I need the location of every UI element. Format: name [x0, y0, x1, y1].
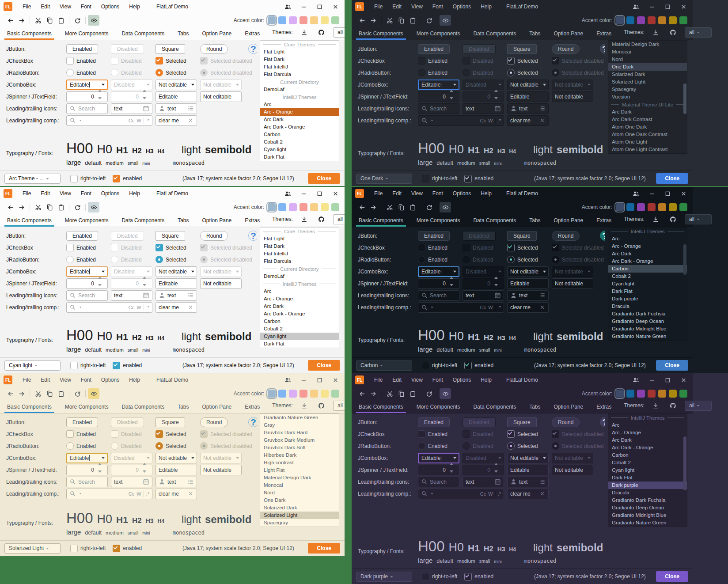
radio-disabled[interactable]: Disabled: [111, 442, 142, 450]
theme-list-item[interactable]: Arc Dark - Orange: [260, 310, 339, 318]
theme-list-item[interactable]: Arc: [260, 288, 339, 295]
menu-edit[interactable]: Edit: [387, 373, 406, 387]
download-button[interactable]: [650, 400, 662, 411]
accent-swatch-2[interactable]: [278, 203, 286, 211]
paste-button[interactable]: [407, 15, 418, 26]
minimize-button[interactable]: [297, 188, 310, 199]
radio-enabled[interactable]: Enabled: [418, 442, 447, 450]
search-field[interactable]: Search: [418, 103, 459, 114]
editable-combobox[interactable]: Editable: [66, 266, 108, 277]
theme-list-item[interactable]: Arc: [608, 421, 687, 429]
menu-options[interactable]: Options: [96, 0, 124, 13]
right-to-left-checkbox[interactable]: right-to-left: [70, 545, 106, 552]
download-button[interactable]: [299, 27, 310, 38]
tab-extras[interactable]: Extras: [595, 217, 612, 227]
tab-tabs[interactable]: Tabs: [528, 30, 541, 40]
theme-list-item[interactable]: Gradianto Nature Green: [260, 414, 339, 421]
menu-file[interactable]: File: [369, 373, 387, 387]
textfield[interactable]: Not editable: [200, 278, 242, 289]
theme-list-item[interactable]: Carbon: [260, 318, 339, 325]
accent-swatch-3[interactable]: [637, 16, 645, 24]
theme-list-item[interactable]: Arc Dark - Orange: [608, 444, 687, 451]
spinner-field[interactable]: 0: [111, 91, 152, 102]
spinner-field[interactable]: 0: [418, 278, 459, 289]
noneditable-combobox[interactable]: Not editable: [507, 80, 549, 90]
theme-list-item[interactable]: Arc: [608, 235, 687, 243]
close-button[interactable]: Close: [656, 360, 688, 371]
radio-enabled[interactable]: Enabled: [66, 69, 96, 76]
help-button[interactable]: ?: [248, 417, 257, 427]
checkbox-selected[interactable]: Selected: [507, 430, 538, 438]
theme-list-item[interactable]: Arc - Orange: [260, 295, 339, 303]
copy-button[interactable]: [44, 202, 55, 212]
menu-help[interactable]: Help: [476, 187, 497, 200]
checkbox-selected[interactable]: Selected: [155, 430, 186, 438]
theme-list-item[interactable]: Arc Dark: [608, 250, 687, 258]
right-to-left-checkbox[interactable]: right-to-left: [422, 175, 457, 182]
accent-swatch-3[interactable]: [637, 390, 645, 398]
theme-list-item[interactable]: Cobalt 2: [260, 138, 339, 146]
accent-swatch-3[interactable]: [289, 203, 297, 211]
radio-selected-disabled[interactable]: Selected disabled: [200, 69, 252, 76]
theme-list-item[interactable]: DemoLaf: [260, 86, 339, 93]
search-options-field[interactable]: CcW.*: [66, 489, 152, 499]
theme-list-item[interactable]: Vuesion: [608, 93, 687, 101]
paste-button[interactable]: [55, 202, 67, 212]
github-button[interactable]: [316, 27, 327, 38]
tab-data-components[interactable]: Data Components: [121, 30, 165, 40]
maximize-button[interactable]: [313, 1, 326, 12]
radio-selected-disabled[interactable]: Selected disabled: [552, 69, 604, 76]
clear-me-field[interactable]: clear me: [155, 489, 197, 499]
close-window-button[interactable]: [329, 375, 342, 385]
themes-filter-combobox[interactable]: all: [333, 27, 345, 38]
radio-enabled[interactable]: Enabled: [66, 256, 96, 263]
copy-button[interactable]: [395, 388, 407, 399]
theme-list-item[interactable]: DemoLaf: [260, 273, 339, 280]
accent-swatch-3[interactable]: [289, 390, 297, 398]
tab-more-components[interactable]: More Components: [416, 30, 461, 40]
menu-options[interactable]: Options: [448, 0, 476, 13]
theme-list-item[interactable]: Gruvbox Dark Hard: [260, 429, 339, 436]
theme-list-item[interactable]: Dark Flat: [260, 340, 339, 348]
accent-swatch-1[interactable]: [268, 16, 276, 24]
show-hidden-toggle-button[interactable]: [440, 388, 451, 399]
accent-swatch-2[interactable]: [278, 390, 286, 398]
search-options-field[interactable]: CcW.*: [66, 115, 152, 126]
show-hidden-toggle-button[interactable]: [440, 202, 451, 212]
disabled-button[interactable]: Disabled: [111, 417, 144, 427]
checkbox-enabled[interactable]: Enabled: [418, 244, 447, 251]
textfield[interactable]: Editable: [507, 91, 549, 102]
accent-swatch-5[interactable]: [310, 203, 318, 211]
enabled-checkbox[interactable]: enabled: [464, 573, 493, 580]
accent-swatch-2[interactable]: [626, 16, 634, 24]
checkbox-enabled[interactable]: Enabled: [418, 430, 447, 438]
spinner-buttons[interactable]: [143, 90, 149, 104]
tab-data-components[interactable]: Data Components: [472, 30, 517, 40]
checkbox-disabled[interactable]: Disabled: [463, 244, 493, 251]
checkbox-disabled[interactable]: Disabled: [463, 57, 493, 64]
theme-list-item[interactable]: Cyan light: [260, 146, 339, 153]
whole-words-button[interactable]: W: [488, 491, 493, 497]
tab-extras[interactable]: Extras: [244, 404, 261, 413]
theme-list-item[interactable]: Flat Dark: [260, 243, 339, 250]
theme-list-item[interactable]: Arc - Orange: [608, 429, 687, 436]
calendar-field[interactable]: text: [111, 103, 152, 114]
theme-list-item[interactable]: Light Flat: [260, 466, 339, 474]
regex-button[interactable]: .*: [146, 305, 149, 310]
menu-options[interactable]: Options: [96, 373, 124, 387]
back-button[interactable]: [4, 15, 16, 26]
checkbox-selected[interactable]: Selected: [507, 57, 538, 64]
close-button[interactable]: Close: [308, 173, 340, 184]
calendar-field[interactable]: text: [463, 477, 504, 487]
refresh-button[interactable]: [72, 15, 83, 26]
person-field[interactable]: text: [507, 103, 549, 114]
radio-selected-disabled[interactable]: Selected disabled: [200, 442, 252, 450]
match-case-button[interactable]: Cc: [129, 118, 134, 123]
menu-edit[interactable]: Edit: [387, 0, 406, 13]
menu-edit[interactable]: Edit: [36, 373, 55, 387]
search-field[interactable]: Search: [66, 290, 108, 301]
match-case-button[interactable]: Cc: [480, 491, 486, 497]
accent-swatch-7[interactable]: [679, 16, 687, 24]
github-button[interactable]: [667, 27, 679, 38]
maximize-button[interactable]: [661, 188, 674, 199]
